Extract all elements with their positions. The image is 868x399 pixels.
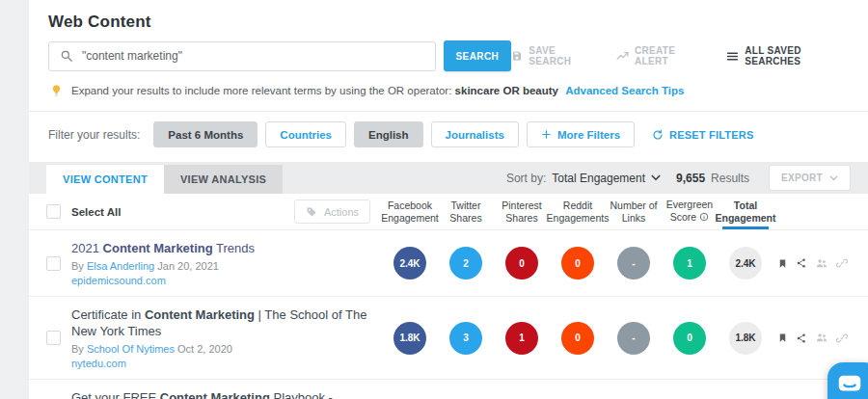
metric-circle: 1	[505, 322, 538, 355]
row-checkbox[interactable]	[46, 331, 61, 345]
filter-button[interactable]: Journalists	[431, 121, 519, 147]
search-row: SEARCH SAVE SEARCH CREATE ALERT ALL SAVE…	[48, 40, 849, 71]
metric-cell: 3	[438, 322, 494, 355]
row-content: Certificate in Content Marketing | The S…	[71, 306, 382, 369]
trending-up-icon	[616, 50, 629, 63]
tabs: VIEW CONTENTVIEW ANALYSIS	[46, 165, 283, 194]
filter-button[interactable]: Countries	[265, 121, 346, 147]
author-link[interactable]: School Of Nytimes	[87, 343, 175, 355]
link-icon[interactable]	[836, 332, 848, 344]
column-header[interactable]: Pinterest Shares	[494, 194, 550, 229]
metric-circle: 0	[561, 322, 594, 355]
metric-cell: 0	[662, 322, 718, 355]
row-checkbox[interactable]	[46, 256, 61, 271]
byline-prefix: By	[71, 260, 84, 272]
row-actions	[773, 332, 851, 344]
domain-link[interactable]: epidemicsound.com	[71, 275, 372, 286]
info-icon[interactable]	[699, 212, 709, 225]
reset-filters-button[interactable]: RESET FILTERS	[652, 129, 753, 141]
author-link[interactable]: Elsa Anderling	[87, 260, 154, 272]
users-icon[interactable]	[815, 332, 828, 344]
export-label: EXPORT	[781, 173, 823, 183]
tab[interactable]: VIEW CONTENT	[46, 165, 164, 194]
column-header[interactable]: Reddit Engagements	[550, 194, 606, 229]
column-header[interactable]: Evergreen Score	[662, 194, 718, 229]
search-button[interactable]: SEARCH	[444, 40, 512, 71]
column-header[interactable]: Number of Links	[606, 194, 662, 229]
metric-circle: 0	[561, 247, 594, 279]
save-search-label: SAVE SEARCH	[529, 45, 593, 66]
publish-date: Oct 2, 2020	[177, 343, 232, 355]
tab-band: VIEW CONTENTVIEW ANALYSIS Sort by: Total…	[29, 162, 868, 194]
actions-label: Actions	[324, 206, 359, 218]
search-box	[48, 41, 436, 71]
row-content: 2021 Content Marketing Trends By Elsa An…	[71, 240, 382, 286]
filter-button[interactable]: More Filters	[527, 121, 635, 147]
result-row: 2021 Content Marketing Trends By Elsa An…	[29, 229, 868, 296]
plus-icon	[541, 129, 552, 140]
filter-label: Filter your results:	[48, 128, 140, 142]
metric-cell: 2.4K	[718, 247, 773, 279]
chat-widget[interactable]	[827, 362, 868, 399]
metric-cell: 0	[550, 322, 606, 355]
web-content-panel: Web Content SEARCH SAVE SEARCH CREATE AL…	[29, 0, 868, 399]
reset-filters-label: RESET FILTERS	[669, 129, 753, 141]
users-icon[interactable]	[815, 257, 828, 270]
page-title: Web Content	[29, 0, 868, 32]
header-actions: SAVE SEARCH CREATE ALERT ALL SAVED SEARC…	[511, 45, 849, 66]
results-count: 9,655	[676, 172, 705, 185]
column-header[interactable]: Twitter Shares	[438, 194, 494, 229]
row-actions	[773, 257, 851, 270]
tip-example: skincare OR beauty	[455, 85, 558, 96]
bookmark-icon[interactable]	[777, 257, 788, 270]
lightbulb-icon	[50, 82, 63, 99]
filter-button[interactable]: English	[354, 121, 423, 147]
column-header-label: Pinterest Shares	[494, 200, 550, 225]
column-header[interactable]: Total Engagement	[718, 194, 773, 229]
column-headers: Facebook Engagement Twitter Shares Pinte…	[382, 194, 773, 229]
result-byline: By Elsa Anderling Jan 20, 2021	[71, 260, 372, 272]
tip-row: Expand your results to include more rele…	[50, 82, 849, 99]
refresh-icon	[652, 129, 664, 141]
filter-button-label: Journalists	[446, 129, 504, 141]
column-header-label: Total Engagement	[716, 200, 776, 225]
export-button[interactable]: EXPORT	[769, 165, 851, 191]
column-header-label: Evergreen Score	[662, 199, 718, 225]
domain-link[interactable]: nytedu.com	[71, 358, 372, 369]
result-title-link[interactable]: 2021 Content Marketing Trends	[71, 240, 372, 256]
sort-area: Sort by: Total Engagement 9,655 Results …	[506, 165, 851, 191]
byline-prefix: By	[71, 343, 84, 355]
filter-button-label: Past 6 Months	[168, 129, 243, 141]
filter-buttons: Past 6 Months Countries English Journali…	[153, 121, 635, 147]
sort-value-label: Total Engagement	[552, 172, 645, 185]
actions-button[interactable]: Actions	[294, 200, 370, 224]
metric-cell: -	[606, 247, 662, 279]
metric-circle: 2.4K	[729, 247, 762, 279]
filter-button[interactable]: Past 6 Months	[153, 121, 258, 147]
results-list: 2021 Content Marketing Trends By Elsa An…	[29, 229, 868, 399]
filter-row: Filter your results: Past 6 Months Count…	[29, 111, 868, 158]
create-alert-button[interactable]: CREATE ALERT	[616, 45, 703, 66]
result-row: Get your FREE Content Marketing Playbook…	[29, 379, 868, 399]
bookmark-icon[interactable]	[777, 332, 788, 344]
column-header[interactable]: Facebook Engagement	[382, 194, 438, 229]
all-saved-searches-button[interactable]: ALL SAVED SEARCHES	[726, 45, 849, 66]
link-icon[interactable]	[836, 257, 848, 269]
metric-circle: 0	[505, 247, 538, 279]
metric-cell: 0	[550, 247, 606, 279]
save-search-button[interactable]: SAVE SEARCH	[511, 45, 593, 66]
tab[interactable]: VIEW ANALYSIS	[164, 165, 283, 194]
filter-button-label: English	[368, 129, 409, 141]
result-title-link[interactable]: Certificate in Content Marketing | The S…	[71, 306, 372, 339]
advanced-search-tips-link[interactable]: Advanced Search Tips	[565, 85, 684, 96]
search-input[interactable]	[82, 49, 424, 63]
result-title-link[interactable]: Get your FREE Content Marketing Playbook…	[71, 389, 372, 399]
menu-icon	[726, 50, 739, 63]
metric-cell: 2.4K	[382, 247, 438, 279]
share-icon[interactable]	[796, 257, 807, 269]
select-all-checkbox[interactable]	[46, 204, 61, 219]
sort-dropdown[interactable]: Total Engagement	[552, 172, 661, 185]
share-icon[interactable]	[796, 332, 807, 344]
tip-text: Expand your results to include more rele…	[71, 85, 684, 96]
metric-circle: -	[617, 247, 650, 279]
